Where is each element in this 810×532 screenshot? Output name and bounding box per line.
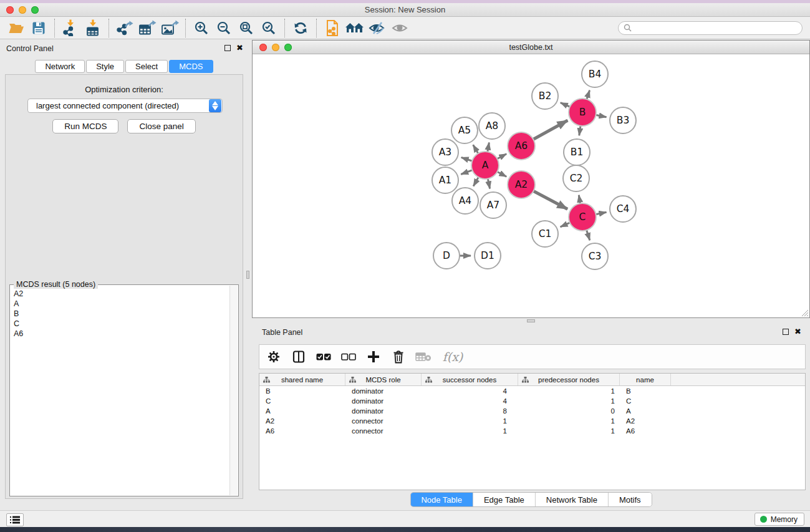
zoom-selected-icon[interactable] bbox=[258, 19, 280, 37]
zoom-out-icon[interactable] bbox=[213, 19, 235, 37]
close-panel-button[interactable]: Close panel bbox=[127, 119, 195, 133]
delete-column-icon[interactable] bbox=[389, 347, 408, 366]
tab-node-table[interactable]: Node Table bbox=[410, 493, 473, 506]
export-network-icon[interactable] bbox=[113, 19, 136, 37]
table-cell[interactable]: A bbox=[620, 407, 671, 415]
show-all-icon[interactable] bbox=[388, 19, 411, 37]
float-panel-icon[interactable] bbox=[224, 45, 231, 51]
table-cell[interactable]: 1 bbox=[422, 417, 518, 425]
import-network-icon[interactable] bbox=[59, 19, 82, 37]
graph-node-D1[interactable]: D1 bbox=[475, 243, 501, 269]
table-cell[interactable]: 1 bbox=[518, 387, 620, 395]
table-cell[interactable]: dominator bbox=[345, 397, 422, 405]
table-cell[interactable]: 1 bbox=[518, 397, 620, 405]
refresh-layout-icon[interactable] bbox=[289, 19, 312, 37]
graph-node-C4[interactable]: C4 bbox=[610, 196, 636, 222]
mcds-scrollbar[interactable] bbox=[229, 286, 238, 495]
criterion-dropdown[interactable]: largest connected component (directed) bbox=[27, 99, 223, 113]
table-settings-gear-icon[interactable] bbox=[264, 347, 283, 366]
mcds-result-item[interactable]: A2 bbox=[14, 289, 229, 299]
graph-node-B4[interactable]: B4 bbox=[582, 61, 608, 87]
table-row[interactable]: Adominator80A bbox=[259, 406, 805, 416]
table-cell[interactable]: 4 bbox=[422, 397, 518, 405]
table-cell[interactable]: A2 bbox=[620, 417, 671, 425]
table-cell[interactable]: A6 bbox=[620, 427, 671, 435]
graph-node-C3[interactable]: C3 bbox=[582, 243, 608, 269]
column-header-predecessor-nodes[interactable]: predecessor nodes bbox=[518, 374, 620, 385]
graph-node-A7[interactable]: A7 bbox=[480, 192, 506, 218]
table-cell[interactable]: 1 bbox=[518, 427, 620, 435]
table-cell[interactable]: A2 bbox=[259, 417, 345, 425]
run-mcds-button[interactable]: Run MCDS bbox=[52, 119, 118, 133]
tab-select[interactable]: Select bbox=[125, 60, 168, 73]
tab-mcds[interactable]: MCDS bbox=[169, 60, 213, 73]
close-table-panel-icon[interactable]: ✖ bbox=[794, 329, 801, 335]
graph-node-A1[interactable]: A1 bbox=[432, 167, 458, 193]
mcds-result-item[interactable]: B bbox=[14, 309, 229, 319]
resize-grip-icon[interactable] bbox=[800, 308, 809, 317]
export-table-icon[interactable] bbox=[136, 19, 158, 37]
graph-node-A6[interactable]: A6 bbox=[508, 132, 535, 160]
search-input[interactable] bbox=[635, 24, 797, 32]
mcds-result-item[interactable]: A bbox=[14, 299, 229, 309]
memory-button[interactable]: Memory bbox=[755, 513, 804, 526]
graph-node-D[interactable]: D bbox=[433, 243, 460, 269]
graph-node-B2[interactable]: B2 bbox=[532, 83, 558, 109]
graph-node-A2[interactable]: A2 bbox=[508, 171, 535, 198]
new-network-from-selection-icon[interactable] bbox=[321, 19, 344, 37]
close-panel-icon[interactable]: ✖ bbox=[236, 45, 243, 51]
table-cell[interactable]: 0 bbox=[518, 407, 620, 415]
graph-node-A3[interactable]: A3 bbox=[432, 139, 458, 165]
table-cell[interactable]: 1 bbox=[518, 417, 620, 425]
graph-node-C[interactable]: C bbox=[569, 203, 596, 231]
search-box[interactable] bbox=[618, 21, 803, 35]
tab-network-table[interactable]: Network Table bbox=[536, 493, 609, 506]
table-cell[interactable]: connector bbox=[345, 417, 422, 425]
network-window-titlebar[interactable]: testGlobe.txt bbox=[253, 41, 809, 54]
table-cell[interactable]: A bbox=[259, 407, 345, 415]
table-cell[interactable]: 1 bbox=[422, 427, 518, 435]
mcds-result-item[interactable]: A6 bbox=[14, 329, 229, 339]
deselect-all-icon[interactable] bbox=[339, 347, 358, 366]
graph-node-B3[interactable]: B3 bbox=[610, 107, 636, 133]
save-session-icon[interactable] bbox=[27, 19, 50, 37]
column-header-name[interactable]: name bbox=[620, 374, 671, 385]
table-cell[interactable]: A6 bbox=[259, 427, 345, 435]
column-header-MCDS-role[interactable]: MCDS role bbox=[345, 374, 422, 385]
table-cell[interactable]: C bbox=[620, 397, 671, 405]
import-table-icon[interactable] bbox=[82, 19, 104, 37]
vertical-mini-scrollbar[interactable] bbox=[246, 271, 249, 279]
first-neighbors-icon[interactable] bbox=[344, 19, 366, 37]
table-cell[interactable]: C bbox=[259, 397, 345, 405]
export-image-icon[interactable] bbox=[158, 19, 181, 37]
column-header-successor-nodes[interactable]: successor nodes bbox=[422, 374, 518, 385]
task-history-button[interactable] bbox=[6, 513, 24, 526]
graph-node-A[interactable]: A bbox=[471, 152, 499, 179]
graph-node-A5[interactable]: A5 bbox=[451, 117, 478, 143]
table-cell[interactable]: 8 bbox=[422, 407, 518, 415]
mcds-result-item[interactable]: C bbox=[14, 319, 229, 329]
graph-node-B[interactable]: B bbox=[569, 99, 596, 126]
column-header-shared-name[interactable]: shared name bbox=[259, 374, 345, 385]
select-all-icon[interactable] bbox=[314, 347, 333, 366]
graph-node-C2[interactable]: C2 bbox=[563, 165, 589, 191]
show-columns-icon[interactable] bbox=[289, 347, 308, 366]
table-row[interactable]: Cdominator41C bbox=[259, 396, 805, 406]
table-cell[interactable]: dominator bbox=[345, 407, 422, 415]
table-cell[interactable]: 4 bbox=[422, 387, 518, 395]
open-session-icon[interactable] bbox=[5, 19, 27, 37]
tab-style[interactable]: Style bbox=[86, 60, 124, 73]
table-row[interactable]: A6connector11A6 bbox=[259, 426, 805, 436]
table-row[interactable]: A2connector11A2 bbox=[259, 416, 805, 426]
network-graph-canvas[interactable]: AA1A2A3A4A5A6A7A8BB1B2B3B4CC1C2C3C4DD1 bbox=[253, 54, 809, 317]
tab-motifs[interactable]: Motifs bbox=[609, 493, 652, 506]
zoom-fit-icon[interactable] bbox=[235, 19, 258, 37]
hide-selection-icon[interactable] bbox=[366, 19, 388, 37]
graph-node-A4[interactable]: A4 bbox=[452, 188, 478, 214]
table-cell[interactable]: connector bbox=[345, 427, 422, 435]
float-table-panel-icon[interactable] bbox=[783, 329, 789, 335]
table-cell[interactable]: B bbox=[620, 387, 671, 395]
horizontal-mini-scrollbar[interactable] bbox=[527, 319, 535, 322]
table-cell[interactable]: dominator bbox=[345, 387, 422, 395]
graph-node-B1[interactable]: B1 bbox=[564, 139, 590, 165]
